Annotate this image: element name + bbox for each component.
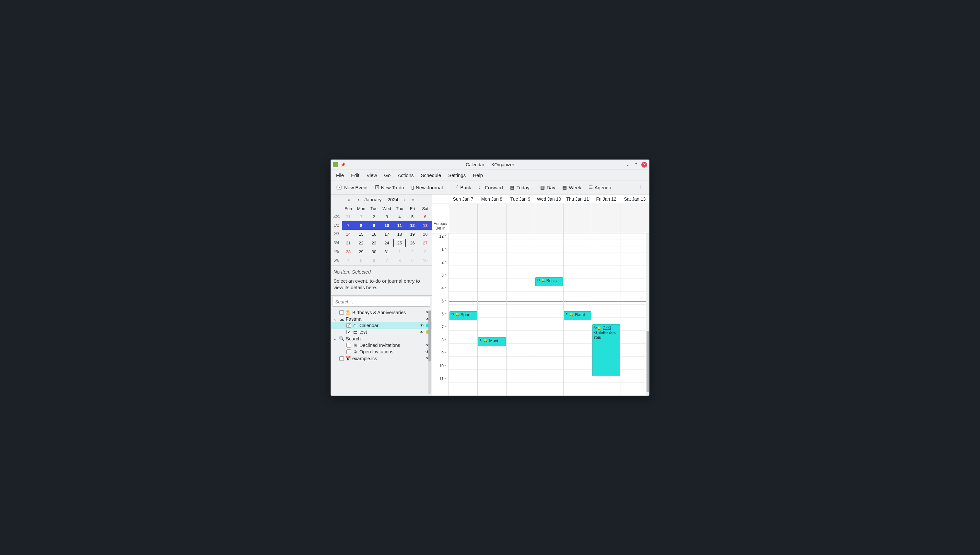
visibility-icon[interactable]: 👁: [420, 323, 424, 328]
mini-day-cell[interactable]: 7: [342, 221, 355, 230]
calendar-checkbox[interactable]: [346, 330, 351, 334]
mini-day-cell[interactable]: 22: [355, 239, 368, 247]
calendar-tree-item[interactable]: 📅example.ics👁: [331, 355, 432, 362]
back-button[interactable]: 〈 Back: [450, 182, 474, 193]
calendar-event[interactable]: ↻🔔 Ratat: [564, 311, 591, 320]
calendar-tree-item[interactable]: 🗎Open Invitations👁: [331, 348, 432, 355]
calendar-checkbox[interactable]: [346, 323, 351, 328]
day-header[interactable]: Sun Jan 7: [449, 194, 477, 204]
mini-day-cell[interactable]: 9: [406, 256, 419, 265]
week-number[interactable]: 5/6: [331, 256, 342, 265]
mini-day-cell[interactable]: 28: [342, 247, 355, 256]
allday-col[interactable]: [592, 204, 620, 233]
agenda-view-button[interactable]: ☰ Agenda: [585, 182, 615, 192]
today-button[interactable]: ▦ Today: [507, 182, 533, 192]
calendar-tree-item[interactable]: ⌄🔍Search: [331, 335, 432, 342]
tree-scrollbar[interactable]: [428, 310, 431, 394]
maximize-button[interactable]: [634, 162, 639, 167]
day-header[interactable]: Tue Jan 9: [506, 194, 535, 204]
visibility-icon[interactable]: 👁: [420, 330, 424, 335]
mini-day-cell[interactable]: 23: [367, 239, 381, 247]
calendar-event[interactable]: ↻🔔 Besic: [535, 277, 563, 286]
mini-day-cell[interactable]: 1: [355, 212, 368, 221]
next-year-button[interactable]: »: [410, 196, 417, 203]
mini-day-cell[interactable]: 6: [367, 256, 381, 265]
new-todo-button[interactable]: ☑ New To-do: [372, 182, 407, 192]
calendar-tree-item[interactable]: 🗀Calendar👁: [331, 322, 432, 329]
mini-day-cell[interactable]: 30: [367, 247, 381, 256]
day-header[interactable]: Mon Jan 8: [477, 194, 506, 204]
menu-settings[interactable]: Settings: [445, 171, 469, 179]
allday-col[interactable]: [477, 204, 506, 233]
day-header[interactable]: Wed Jan 10: [535, 194, 563, 204]
day-column[interactable]: ↻🔔 Besic: [535, 233, 563, 396]
menu-file[interactable]: File: [333, 171, 347, 179]
allday-col[interactable]: [621, 204, 649, 233]
calendar-tree-item[interactable]: 🗎Declined Invitations👁: [331, 342, 432, 348]
mini-day-cell[interactable]: 2: [406, 247, 419, 256]
next-month-button[interactable]: ›: [402, 196, 407, 203]
allday-col[interactable]: [506, 204, 535, 233]
mini-day-cell[interactable]: 11: [393, 221, 406, 230]
allday-col[interactable]: [563, 204, 592, 233]
menu-help[interactable]: Help: [469, 171, 486, 179]
calendar-checkbox[interactable]: [339, 310, 344, 315]
mini-day-cell[interactable]: 10: [419, 256, 432, 265]
menu-edit[interactable]: Edit: [348, 171, 363, 179]
day-column[interactable]: ↻🔔 Sport: [449, 233, 477, 396]
mini-day-cell[interactable]: 29: [355, 247, 368, 256]
day-view-button[interactable]: ▥ Day: [537, 182, 559, 192]
mini-day-cell[interactable]: 6: [419, 212, 432, 221]
forward-button[interactable]: 〉 Forward: [475, 182, 506, 193]
week-number[interactable]: 52/1: [331, 212, 342, 221]
prev-month-button[interactable]: ‹: [355, 196, 361, 203]
pin-icon[interactable]: 📌: [341, 162, 346, 167]
mini-day-cell[interactable]: 3: [381, 212, 394, 221]
calendar-tree-item[interactable]: 🗀test👁: [331, 329, 432, 335]
menu-schedule[interactable]: Schedule: [418, 171, 445, 179]
day-header[interactable]: Thu Jan 11: [563, 194, 592, 204]
allday-col[interactable]: [449, 204, 477, 233]
mini-day-cell[interactable]: 26: [406, 239, 419, 247]
mini-calendar-year[interactable]: 2024: [388, 197, 398, 202]
mini-day-cell[interactable]: 10: [381, 221, 394, 230]
mini-day-cell[interactable]: 18: [393, 230, 406, 239]
mini-day-cell[interactable]: 20: [419, 230, 432, 239]
expand-icon[interactable]: ⌄: [333, 316, 337, 322]
mini-day-cell[interactable]: 14: [342, 230, 355, 239]
mini-day-cell[interactable]: 12: [406, 221, 419, 230]
calendar-tree-item[interactable]: 🎂Birthdays & Anniversaries👁: [331, 309, 432, 316]
mini-day-cell[interactable]: 27: [419, 239, 432, 247]
week-number[interactable]: 2/3: [331, 230, 342, 239]
minimize-button[interactable]: [626, 162, 631, 167]
mini-day-cell[interactable]: 16: [367, 230, 381, 239]
calendar-event[interactable]: ↻🔔 Sport: [450, 311, 477, 320]
close-button[interactable]: ✕: [641, 162, 647, 168]
calendar-checkbox[interactable]: [346, 350, 351, 354]
mini-day-cell[interactable]: 19: [406, 230, 419, 239]
mini-calendar-month[interactable]: January: [364, 197, 381, 202]
grid-scrollbar[interactable]: [646, 233, 649, 396]
expand-icon[interactable]: ⌄: [333, 336, 337, 342]
menu-go[interactable]: Go: [381, 171, 394, 179]
mini-day-cell[interactable]: 7: [381, 256, 394, 265]
day-column[interactable]: ↻🔔 7:00Galette des rois: [592, 233, 620, 396]
week-number[interactable]: 1/2: [331, 221, 342, 230]
calendar-checkbox[interactable]: [346, 343, 351, 348]
prev-year-button[interactable]: «: [346, 196, 352, 203]
mini-day-cell[interactable]: 31: [342, 212, 355, 221]
day-column[interactable]: ↻🔔 Ratat: [563, 233, 592, 396]
new-journal-button[interactable]: ▯ New Journal: [408, 182, 446, 192]
week-number[interactable]: 3/4: [331, 239, 342, 247]
mini-day-cell[interactable]: 2: [367, 212, 381, 221]
mini-day-cell[interactable]: 5: [406, 212, 419, 221]
mini-day-cell[interactable]: 8: [355, 221, 368, 230]
calendar-tree-item[interactable]: ⌄☁Fastmail👁: [331, 316, 432, 322]
day-column[interactable]: ↻🔔 Movi: [477, 233, 506, 396]
mini-day-cell[interactable]: 1: [393, 247, 406, 256]
mini-day-cell[interactable]: 31: [381, 247, 394, 256]
mini-day-cell[interactable]: 8: [393, 256, 406, 265]
mini-day-cell[interactable]: 25: [393, 239, 406, 247]
menu-actions[interactable]: Actions: [394, 171, 417, 179]
new-event-button[interactable]: 🕓 New Event: [333, 182, 371, 192]
